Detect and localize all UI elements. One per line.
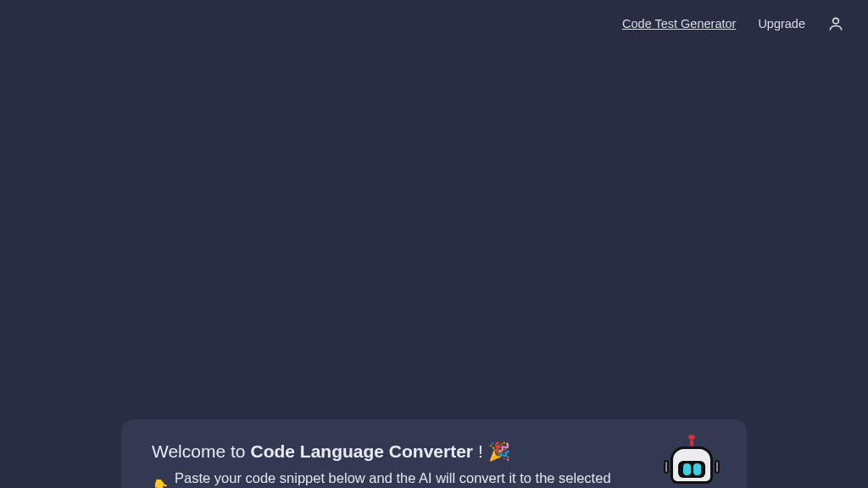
welcome-card: Welcome to Code Language Converter! 🎉 👇 … xyxy=(121,419,747,488)
robot-icon xyxy=(667,445,716,487)
top-nav: Code Test Generator Upgrade xyxy=(622,0,868,47)
subtitle-text: Paste your code snippet below and the AI… xyxy=(175,470,654,488)
welcome-prefix: Welcome to xyxy=(152,441,246,462)
svg-point-0 xyxy=(833,18,839,24)
pointing-down-icon: 👇 xyxy=(152,479,170,489)
user-icon[interactable] xyxy=(827,15,844,32)
welcome-heading: Welcome to Code Language Converter! 🎉 xyxy=(152,441,654,462)
upgrade-link[interactable]: Upgrade xyxy=(758,17,805,30)
welcome-bold: Code Language Converter xyxy=(251,441,474,462)
welcome-suffix: ! xyxy=(478,441,483,462)
welcome-subtitle: 👇 Paste your code snippet below and the … xyxy=(152,470,654,488)
party-popper-icon: 🎉 xyxy=(488,441,510,462)
code-test-generator-link[interactable]: Code Test Generator xyxy=(622,17,736,30)
